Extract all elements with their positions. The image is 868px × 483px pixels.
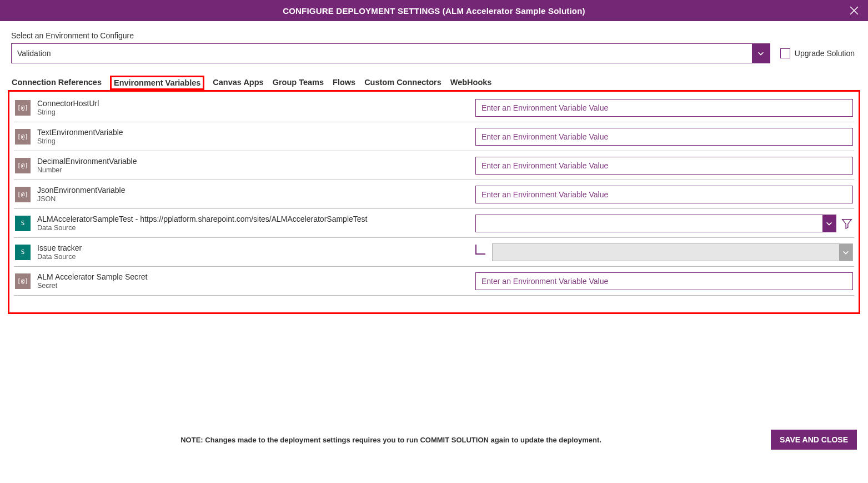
variable-value-input[interactable]	[475, 272, 853, 290]
variable-icon: [@]	[15, 187, 31, 202]
variable-name: JsonEnvironmentVariable	[37, 186, 463, 195]
variable-row: [@]ALM Accelerator Sample SecretSecret	[14, 267, 854, 296]
tab-connection-references[interactable]: Connection References	[11, 76, 102, 90]
variable-input-area	[475, 99, 853, 117]
datasource-select[interactable]	[475, 215, 836, 232]
sharepoint-icon: S	[15, 245, 31, 260]
variable-name: DecimalEnvironmentVariable	[37, 157, 463, 166]
sharepoint-icon: S	[15, 216, 31, 231]
variable-icon: [@]	[15, 129, 31, 145]
variable-row: SIssue trackerData Source	[14, 238, 854, 267]
variable-row: [@]JsonEnvironmentVariableJSON	[14, 180, 854, 209]
variable-name: TextEnvironmentVariable	[37, 128, 463, 137]
variable-input-area	[475, 128, 853, 146]
variable-value-input[interactable]	[475, 186, 853, 203]
variable-meta: DecimalEnvironmentVariableNumber	[37, 157, 469, 174]
variable-type: Secret	[37, 282, 463, 290]
variable-type: String	[37, 137, 463, 145]
environment-select[interactable]	[11, 43, 770, 63]
variable-icon: [@]	[15, 158, 31, 173]
chevron-down-icon	[757, 49, 765, 57]
environment-section: Select an Environment to Configure Upgra…	[0, 21, 868, 63]
upgrade-solution-checkbox[interactable]	[780, 48, 790, 58]
tab-bar: Connection ReferencesEnvironment Variabl…	[0, 76, 868, 90]
environment-select-chevron[interactable]	[752, 44, 770, 63]
variable-meta: TextEnvironmentVariableString	[37, 128, 469, 145]
variable-name: ConnectorHostUrl	[37, 99, 463, 108]
chevron-down-icon[interactable]	[822, 215, 836, 232]
tab-environment-variables[interactable]: Environment Variables	[110, 76, 204, 90]
variable-row: [@]ConnectorHostUrlString	[14, 93, 854, 122]
close-icon[interactable]	[849, 6, 859, 16]
variable-type: String	[37, 108, 463, 116]
filter-icon[interactable]	[841, 217, 853, 230]
dialog-header: CONFIGURE DEPLOYMENT SETTINGS (ALM Accel…	[0, 0, 868, 21]
tab-webhooks[interactable]: WebHooks	[450, 76, 493, 90]
variable-value-input[interactable]	[475, 99, 853, 117]
variable-name: ALMAcceleratorSampleTest - https://pplat…	[37, 215, 463, 223]
variable-input-area	[475, 215, 853, 232]
svg-marker-2	[842, 219, 852, 228]
variable-value-input[interactable]	[475, 157, 853, 175]
variable-input-area	[475, 186, 853, 203]
environment-label: Select an Environment to Configure	[11, 31, 857, 40]
variable-type: Data Source	[37, 224, 463, 232]
variable-type: JSON	[37, 195, 463, 203]
variable-meta: ConnectorHostUrlString	[37, 99, 469, 116]
tab-canvas-apps[interactable]: Canvas Apps	[212, 76, 264, 90]
variable-input-area	[475, 243, 853, 261]
tab-flows[interactable]: Flows	[332, 76, 356, 90]
variable-row: SALMAcceleratorSampleTest - https://ppla…	[14, 209, 854, 238]
tab-custom-connectors[interactable]: Custom Connectors	[364, 76, 442, 90]
variable-meta: JsonEnvironmentVariableJSON	[37, 186, 469, 203]
variable-icon: [@]	[15, 100, 31, 116]
variable-icon: [@]	[15, 273, 31, 289]
dialog-title: CONFIGURE DEPLOYMENT SETTINGS (ALM Accel…	[283, 6, 585, 16]
variable-row: [@]DecimalEnvironmentVariableNumber	[14, 151, 854, 180]
variable-meta: ALM Accelerator Sample SecretSecret	[37, 272, 469, 290]
variable-input-area	[475, 272, 853, 290]
variable-type: Data Source	[37, 253, 463, 261]
variable-row: [@]TextEnvironmentVariableString	[14, 122, 854, 151]
chevron-down-icon[interactable]	[839, 244, 852, 261]
variable-type: Number	[37, 166, 463, 174]
upgrade-solution-control: Upgrade Solution	[780, 48, 857, 58]
variable-value-input[interactable]	[475, 128, 853, 146]
variable-meta: ALMAcceleratorSampleTest - https://pplat…	[37, 215, 469, 232]
variable-input-area	[475, 157, 853, 175]
variable-meta: Issue trackerData Source	[37, 243, 469, 261]
tab-group-teams[interactable]: Group Teams	[272, 76, 324, 90]
variable-name: Issue tracker	[37, 243, 463, 252]
upgrade-solution-label: Upgrade Solution	[795, 49, 855, 58]
datasource-child-select[interactable]	[492, 243, 853, 261]
tree-connector-icon	[475, 245, 485, 255]
variable-name: ALM Accelerator Sample Secret	[37, 272, 463, 281]
environment-select-value[interactable]	[12, 44, 752, 63]
environment-variables-panel: [@]ConnectorHostUrlString[@]TextEnvironm…	[8, 90, 860, 314]
